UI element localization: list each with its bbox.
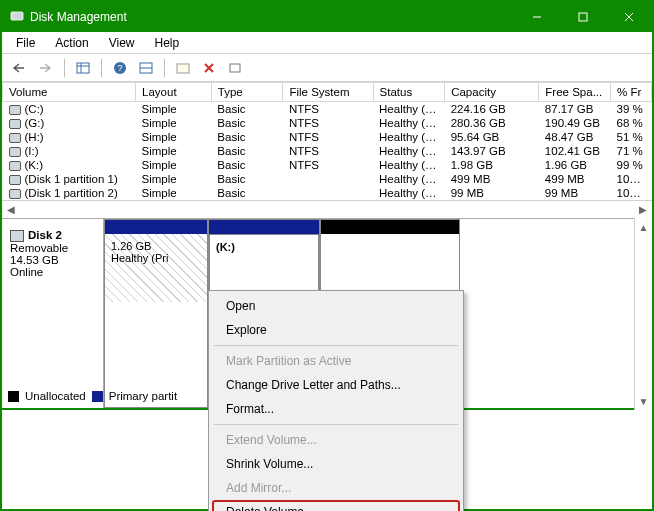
disk-name: Disk 2 [28,229,62,241]
window-title: Disk Management [30,10,127,24]
svg-rect-13 [230,64,240,72]
volume-icon [9,105,21,115]
col-volume[interactable]: Volume [3,83,136,102]
disk-state: Online [10,266,95,278]
table-view-icon[interactable] [71,57,95,79]
col-layout[interactable]: Layout [136,83,212,102]
disk-icon [10,230,24,242]
table-row[interactable]: (H:)SimpleBasicNTFSHealthy (P...95.64 GB… [3,130,652,144]
ctx-open[interactable]: Open [212,294,460,318]
ctx-extend[interactable]: Extend Volume... [212,428,460,452]
close-button[interactable] [606,2,652,32]
scroll-up-icon[interactable]: ▲ [637,220,651,234]
col-filesystem[interactable]: File System [283,83,373,102]
minimize-button[interactable] [514,2,560,32]
ctx-explore[interactable]: Explore [212,318,460,342]
col-pctfree[interactable]: % Fr [610,83,651,102]
scroll-left-icon[interactable]: ◀ [4,203,18,217]
volume-icon [9,119,21,129]
ctx-shrink[interactable]: Shrink Volume... [212,452,460,476]
ctx-mirror[interactable]: Add Mirror... [212,476,460,500]
table-row[interactable]: (C:)SimpleBasicNTFSHealthy (B...224.16 G… [3,102,652,117]
legend: Unallocated Primary partit [8,390,177,402]
ctx-change-letter[interactable]: Change Drive Letter and Paths... [212,373,460,397]
toolbar: ? [2,54,652,82]
legend-primary: Primary partit [109,390,177,402]
delete-icon[interactable] [197,57,221,79]
volume-icon [9,147,21,157]
vertical-scrollbar[interactable]: ▲ ▼ [634,218,652,410]
settings-icon[interactable] [223,57,247,79]
volume-icon [9,133,21,143]
volume-table: Volume Layout Type File System Status Ca… [2,82,652,218]
title-bar: Disk Management [2,2,652,32]
disk-media: Removable [10,242,95,254]
maximize-button[interactable] [560,2,606,32]
svg-rect-0 [11,12,23,20]
table-row[interactable]: (I:)SimpleBasicNTFSHealthy (P...143.97 G… [3,144,652,158]
ctx-mark-active[interactable]: Mark Partition as Active [212,349,460,373]
scroll-right-icon[interactable]: ▶ [636,203,650,217]
menu-help[interactable]: Help [145,34,190,52]
svg-rect-12 [177,64,189,73]
horizontal-scrollbar[interactable]: ◀ ▶ [2,200,652,218]
col-type[interactable]: Type [211,83,283,102]
col-free[interactable]: Free Spa... [539,83,611,102]
menu-action[interactable]: Action [45,34,98,52]
volume-icon [9,175,21,185]
table-row[interactable]: (Disk 1 partition 2)SimpleBasicHealthy (… [3,186,652,200]
context-menu: Open Explore Mark Partition as Active Ch… [208,290,464,511]
table-row[interactable]: (Disk 1 partition 1)SimpleBasicHealthy (… [3,172,652,186]
scroll-down-icon[interactable]: ▼ [637,394,651,408]
svg-rect-5 [77,63,89,73]
menu-file[interactable]: File [6,34,45,52]
table-row[interactable]: (K:)SimpleBasicNTFSHealthy (P...1.98 GB1… [3,158,652,172]
ctx-format[interactable]: Format... [212,397,460,421]
col-status[interactable]: Status [373,83,445,102]
volume-icon [9,189,21,199]
svg-rect-2 [579,13,587,21]
menu-view[interactable]: View [99,34,145,52]
ctx-delete-volume[interactable]: Delete Volume... [212,500,460,511]
col-capacity[interactable]: Capacity [445,83,539,102]
disk-size: 14.53 GB [10,254,95,266]
disk-mgmt-icon [10,9,24,26]
menu-bar: File Action View Help [2,32,652,54]
partition[interactable]: 1.26 GBHealthy (Pri [104,219,208,408]
back-button[interactable] [8,57,32,79]
panel-icon[interactable] [134,57,158,79]
legend-unallocated: Unallocated [25,390,86,402]
volume-icon [9,161,21,171]
forward-button[interactable] [34,57,58,79]
properties-icon[interactable] [171,57,195,79]
table-row[interactable]: (G:)SimpleBasicNTFSHealthy (P...280.36 G… [3,116,652,130]
disk-label[interactable]: Disk 2 Removable 14.53 GB Online [2,219,104,408]
svg-text:?: ? [117,63,122,73]
help-icon[interactable]: ? [108,57,132,79]
